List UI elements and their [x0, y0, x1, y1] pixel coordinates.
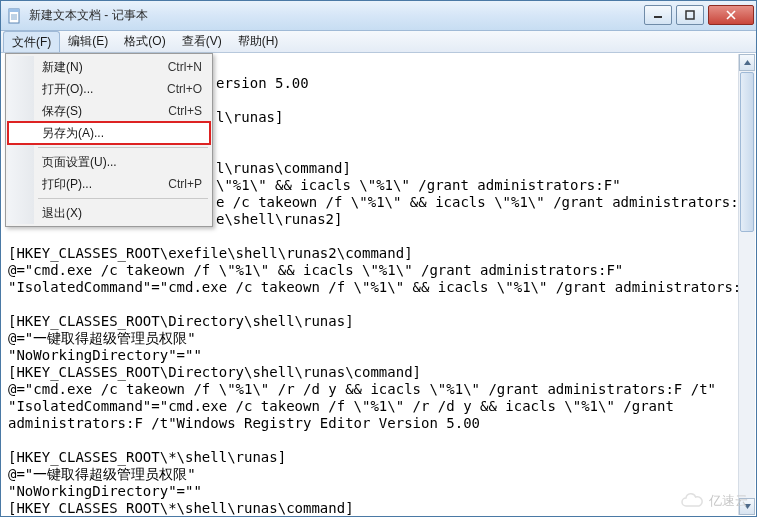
- editor-line: @="cmd.exe /c takeown /f \"%1\" && icacl…: [8, 262, 623, 278]
- scroll-thumb[interactable]: [740, 72, 754, 232]
- menu-shortcut: Ctrl+N: [168, 60, 202, 74]
- menu-print[interactable]: 打印(P)... Ctrl+P: [8, 173, 210, 195]
- menu-label: 另存为(A)...: [42, 125, 104, 142]
- editor-line: [HKEY_CLASSES_ROOT\*\shell\runas]: [8, 449, 286, 465]
- app-window: 新建文本文档 - 记事本 文件(F) 编辑(E) 格式(O) 查看(V) 帮助(…: [0, 0, 757, 517]
- editor-line: e /c takeown /f \"%1\" && icacls \"%1\" …: [216, 194, 738, 210]
- scroll-down-button[interactable]: [739, 498, 755, 515]
- menu-edit[interactable]: 编辑(E): [60, 31, 116, 52]
- editor-line: "NoWorkingDirectory"="": [8, 483, 202, 499]
- minimize-button[interactable]: [644, 5, 672, 25]
- svg-rect-6: [686, 11, 694, 19]
- editor-line: ersion 5.00: [216, 75, 309, 91]
- editor-line: @="一键取得超级管理员权限": [8, 466, 196, 482]
- titlebar: 新建文本文档 - 记事本: [1, 1, 756, 31]
- editor-line: [HKEY_CLASSES_ROOT\exefile\shell\runas2\…: [8, 245, 413, 261]
- menu-page-setup[interactable]: 页面设置(U)...: [8, 151, 210, 173]
- svg-rect-1: [9, 9, 19, 12]
- close-button[interactable]: [708, 5, 754, 25]
- notepad-icon: [7, 8, 23, 24]
- menu-separator: [38, 198, 208, 199]
- menu-new[interactable]: 新建(N) Ctrl+N: [8, 56, 210, 78]
- menu-format[interactable]: 格式(O): [116, 31, 173, 52]
- window-title: 新建文本文档 - 记事本: [29, 7, 148, 24]
- menu-label: 打印(P)...: [42, 176, 92, 193]
- editor-line: e\shell\runas2]: [216, 211, 342, 227]
- editor-line: [HKEY_CLASSES_ROOT\Directory\shell\runas…: [8, 364, 421, 380]
- vertical-scrollbar[interactable]: [738, 54, 755, 515]
- editor-line: @="cmd.exe /c takeown /f \"%1\" /r /d y …: [8, 381, 716, 397]
- menu-exit[interactable]: 退出(X): [8, 202, 210, 224]
- menu-shortcut: Ctrl+P: [168, 177, 202, 191]
- svg-marker-9: [744, 60, 751, 65]
- menu-label: 页面设置(U)...: [42, 154, 117, 171]
- menu-shortcut: Ctrl+S: [168, 104, 202, 118]
- editor-line: [HKEY_CLASSES_ROOT\*\shell\runas\command…: [8, 500, 354, 515]
- menu-label: 打开(O)...: [42, 81, 93, 98]
- menu-save-as[interactable]: 另存为(A)...: [8, 122, 210, 144]
- titlebar-left: 新建文本文档 - 记事本: [1, 7, 148, 24]
- editor-line: l\runas]: [216, 109, 283, 125]
- menu-shortcut: Ctrl+O: [167, 82, 202, 96]
- menu-help[interactable]: 帮助(H): [230, 31, 287, 52]
- menu-label: 保存(S): [42, 103, 82, 120]
- scroll-up-button[interactable]: [739, 54, 755, 71]
- editor-line: @="一键取得超级管理员权限": [8, 330, 196, 346]
- file-menu-dropdown: 新建(N) Ctrl+N 打开(O)... Ctrl+O 保存(S) Ctrl+…: [5, 53, 213, 227]
- menu-label: 新建(N): [42, 59, 83, 76]
- window-controls: [642, 1, 756, 30]
- menubar: 文件(F) 编辑(E) 格式(O) 查看(V) 帮助(H): [1, 31, 756, 53]
- menu-label: 退出(X): [42, 205, 82, 222]
- editor-line: l\runas\command]: [216, 160, 351, 176]
- maximize-button[interactable]: [676, 5, 704, 25]
- editor-line: \"%1\" && icacls \"%1\" /grant administr…: [216, 177, 621, 193]
- menu-view[interactable]: 查看(V): [174, 31, 230, 52]
- menu-open[interactable]: 打开(O)... Ctrl+O: [8, 78, 210, 100]
- editor-line: "IsolatedCommand"="cmd.exe /c takeown /f…: [8, 279, 738, 295]
- menu-separator: [38, 147, 208, 148]
- menu-save[interactable]: 保存(S) Ctrl+S: [8, 100, 210, 122]
- editor-line: administrators:F /t"Windows Registry Edi…: [8, 415, 480, 431]
- editor-line: "NoWorkingDirectory"="": [8, 347, 202, 363]
- editor-line: "IsolatedCommand"="cmd.exe /c takeown /f…: [8, 398, 674, 414]
- menu-file[interactable]: 文件(F): [3, 31, 60, 52]
- svg-marker-10: [744, 504, 751, 509]
- editor-line: [HKEY_CLASSES_ROOT\Directory\shell\runas…: [8, 313, 354, 329]
